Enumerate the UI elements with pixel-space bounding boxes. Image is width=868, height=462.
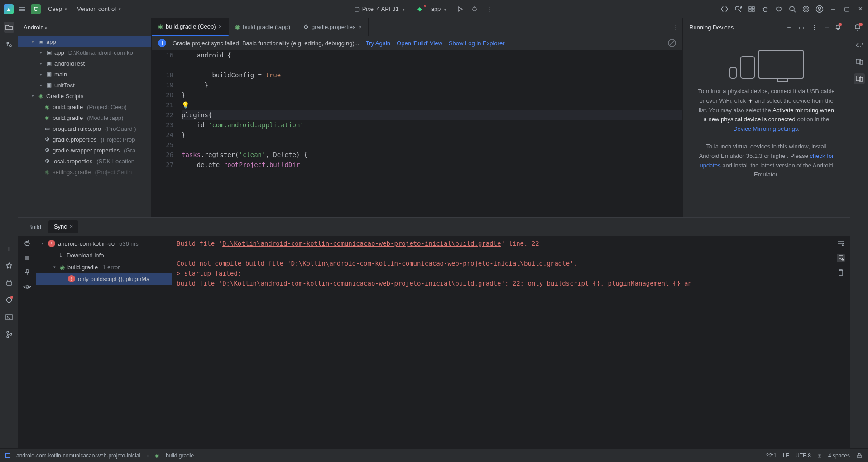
vcs-menu[interactable]: Version control: [74, 4, 124, 14]
close-tab-icon[interactable]: ×: [359, 24, 362, 30]
sync-root-row[interactable]: ▾ ! android-com-kotlin-co 536 ms: [36, 238, 172, 249]
build-gradle-row[interactable]: ▾ ◉ build.gradle 1 error: [36, 261, 172, 273]
svg-point-18: [790, 6, 794, 11]
structure-tool-icon[interactable]: T: [5, 244, 13, 252]
hide-notification-icon[interactable]: [668, 39, 676, 47]
svg-point-42: [10, 281, 11, 281]
search-everywhere-icon[interactable]: [788, 5, 796, 13]
settings-icon[interactable]: [802, 5, 810, 13]
close-tab-icon[interactable]: ×: [219, 23, 222, 30]
tree-node-gradle-properties[interactable]: ⚙ gradle.properties (Project Prop: [18, 134, 151, 145]
tabs-more-icon[interactable]: ⋮: [669, 18, 682, 36]
code-with-me-icon[interactable]: [720, 5, 729, 13]
intention-bulb-icon[interactable]: 💡: [182, 101, 189, 109]
run-config-selector[interactable]: ◆✕ app: [414, 4, 450, 14]
device-mirroring-settings-link[interactable]: Device Mirroring settings: [733, 125, 798, 132]
file-encoding[interactable]: UTF-8: [796, 452, 811, 459]
tree-node-settings-gradle[interactable]: ◉ settings.gradle (Project Settin: [18, 167, 151, 177]
app-quality-icon[interactable]: [775, 5, 783, 13]
window-mode-icon[interactable]: ▭: [797, 23, 806, 31]
minimize-window[interactable]: ─: [829, 5, 837, 13]
folder-icon: ▣: [37, 38, 44, 45]
tree-node-unittest[interactable]: ▸ ▣ unitTest: [18, 80, 151, 90]
services-tool-icon[interactable]: [5, 296, 13, 304]
line-separator[interactable]: LF: [783, 452, 789, 459]
tree-node-app-module[interactable]: ▸ ▣ app D:\Kotlin\android-com-ko: [18, 47, 151, 58]
run-button[interactable]: [456, 5, 464, 13]
caret-position[interactable]: 22:1: [766, 452, 777, 459]
tree-node-local-properties[interactable]: ⚙ local.properties (SDK Location: [18, 156, 151, 167]
main-menu-button[interactable]: [18, 5, 26, 13]
tree-node-build-gradle-module[interactable]: ◉ build.gradle (Module :app): [18, 112, 151, 123]
build-tab[interactable]: Build: [23, 221, 47, 233]
pane-options-icon[interactable]: ⋮: [810, 23, 818, 31]
indent-setting[interactable]: 4 spaces: [828, 452, 850, 459]
svg-rect-14: [752, 10, 754, 11]
close-tab-icon[interactable]: ×: [70, 223, 73, 230]
bug-report-icon[interactable]: [761, 5, 769, 13]
project-view-selector[interactable]: Android: [24, 24, 47, 31]
sync-tab[interactable]: Sync×: [48, 220, 79, 233]
pin-icon[interactable]: [23, 268, 31, 276]
tree-node-androidtest[interactable]: ▸ ▣ androidTest: [18, 58, 151, 69]
tree-node-proguard[interactable]: ▭ proguard-rules.pro (ProGuard ): [18, 123, 151, 134]
show-log-link[interactable]: Show Log in Explorer: [449, 40, 505, 47]
editor-tab-build-gradle-app[interactable]: ◉ build.gradle (:app): [229, 18, 297, 36]
error-row[interactable]: ! only buildscript {}, pluginMa: [36, 273, 172, 285]
editor-tab-gradle-properties[interactable]: ⚙ gradle.properties ×: [297, 18, 369, 36]
running-devices-tool-icon[interactable]: [854, 73, 865, 84]
account-icon[interactable]: [815, 5, 824, 13]
vcs-tool-icon[interactable]: [5, 330, 13, 338]
terminal-tool-icon[interactable]: [5, 313, 13, 321]
try-again-link[interactable]: Try Again: [366, 40, 390, 47]
sync-tree[interactable]: ▾ ! android-com-kotlin-co 536 ms ⭳ Downl…: [36, 236, 172, 439]
scroll-to-end-icon[interactable]: [837, 254, 845, 262]
info-icon: i: [158, 39, 166, 47]
debug-button[interactable]: [470, 5, 479, 13]
minimize-pane-icon[interactable]: ─: [823, 23, 831, 31]
stop-sync-icon[interactable]: [23, 254, 31, 262]
tree-node-wrapper-properties[interactable]: ⚙ gradle-wrapper.properties (Gra: [18, 145, 151, 156]
bookmarks-tool-icon[interactable]: [5, 262, 13, 270]
maximize-window[interactable]: ▢: [843, 5, 851, 13]
gradle-tool-icon[interactable]: [854, 39, 865, 50]
restart-sync-icon[interactable]: [23, 239, 31, 248]
project-tree[interactable]: ▾ ▣ app ▸ ▣ app D:\Kotlin\android-com-ko…: [18, 36, 151, 217]
project-path[interactable]: android-com-kotlin-comunicacao-web-proje…: [16, 452, 140, 459]
toggle-view-icon[interactable]: [23, 283, 31, 291]
svg-rect-48: [858, 455, 861, 458]
clear-console-icon[interactable]: [837, 268, 845, 276]
module-indicator-icon[interactable]: [5, 453, 10, 458]
soft-wrap-icon[interactable]: [837, 239, 845, 248]
project-selector[interactable]: Ceep: [45, 4, 70, 14]
tree-node-gradle-scripts[interactable]: ▾ ◉ Gradle Scripts: [18, 90, 151, 101]
add-device-icon[interactable]: ＋: [785, 23, 793, 31]
tree-node-app-root[interactable]: ▾ ▣ app: [18, 36, 151, 47]
find-in-files-icon[interactable]: A: [734, 5, 742, 13]
file-icon: ▭: [43, 125, 51, 132]
open-build-link[interactable]: Open 'Build' View: [397, 40, 442, 47]
download-info-row[interactable]: ⭳ Download info: [36, 249, 172, 261]
notifications-tool-icon[interactable]: [854, 22, 865, 33]
device-manager-tool-icon[interactable]: [854, 56, 865, 67]
more-tools-icon[interactable]: ⋯: [4, 56, 14, 67]
code-editor[interactable]: 16 18 19 20 21 22 23 24 25 26 27: [152, 50, 682, 217]
build-variants-tool-icon[interactable]: [5, 279, 13, 287]
folder-icon: ▣: [45, 71, 53, 77]
android-studio-logo[interactable]: ▲: [4, 4, 14, 14]
more-run-actions[interactable]: ⋮: [485, 5, 493, 13]
device-selector[interactable]: ▢ Pixel 4 API 31: [351, 4, 408, 14]
sync-project-icon[interactable]: [748, 5, 756, 13]
build-console[interactable]: Build file 'D:\Kotlin\android-com-kotlin…: [172, 236, 832, 439]
project-tool-icon[interactable]: [4, 22, 14, 33]
current-file[interactable]: build.gradle: [166, 452, 194, 459]
notifications-icon[interactable]: [835, 23, 844, 31]
tree-node-main[interactable]: ▸ ▣ main: [18, 69, 151, 80]
code-style-icon[interactable]: ⊞: [817, 452, 822, 459]
close-window[interactable]: ✕: [856, 5, 864, 13]
editor-tab-build-gradle-ceep[interactable]: ◉ build.gradle (Ceep) ×: [152, 18, 229, 36]
svg-point-45: [7, 331, 9, 333]
commit-tool-icon[interactable]: [4, 39, 14, 50]
tree-node-build-gradle-project[interactable]: ◉ build.gradle (Project: Ceep): [18, 101, 151, 112]
readonly-toggle-icon[interactable]: [856, 452, 863, 459]
